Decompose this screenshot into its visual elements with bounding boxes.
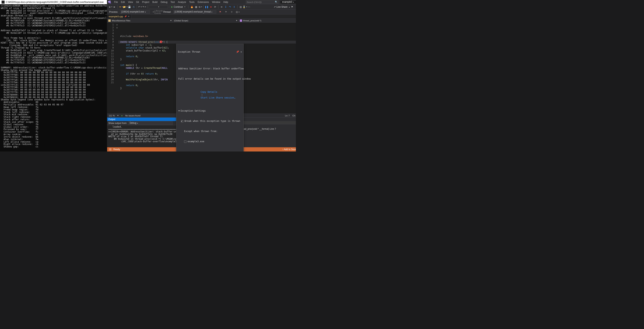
toolbox-icon[interactable]: ▦ xyxy=(194,5,198,9)
main-menubar: FileEditViewGitProjectBuildDebugTestAnal… xyxy=(107,0,296,4)
exception-popup-title: Exception Thrown xyxy=(178,50,200,54)
except-from-label: Except when thrown from: xyxy=(178,130,242,133)
process-icon[interactable]: ⧉ xyxy=(198,5,202,9)
process-selector[interactable]: [19924] example3.exe xyxy=(120,10,150,14)
nav-project[interactable]: Miscellaneous Files▾ xyxy=(107,19,173,22)
intellitrace-icon[interactable]: ⌛ xyxy=(243,5,247,9)
output-source-selector[interactable]: Debug xyxy=(128,122,172,125)
menu-help[interactable]: Help xyxy=(222,1,230,4)
close-tab-icon[interactable]: ✕ xyxy=(128,15,130,18)
line-number-gutter: 123456789101112131415161718192021 xyxy=(107,22,116,114)
open-button[interactable]: 📂 xyxy=(123,5,127,9)
diagnostic-icon[interactable]: ▤ xyxy=(239,5,242,9)
menu-extensions[interactable]: Extensions xyxy=(196,1,210,4)
exception-detail: Full error details can be found in the o… xyxy=(178,78,242,80)
break-checkbox[interactable] xyxy=(181,120,183,122)
tab-example3-cpp[interactable]: example3.cpp 📌 ✕ xyxy=(107,14,131,18)
line-indicator[interactable]: Ln: 7 xyxy=(285,114,290,117)
live-share-icon: ↗ xyxy=(274,6,276,8)
menu-file[interactable]: File xyxy=(112,1,119,4)
command-prompt-titlebar[interactable]: C:\MSDN\cpp-docs-pr\docs\c-language\ASAN… xyxy=(0,0,107,4)
exception-message: Address Sanitizer Error: Stack buffer un… xyxy=(178,67,242,70)
redo-button[interactable]: ↷ xyxy=(142,5,146,9)
continue-button[interactable]: ▶Continue xyxy=(170,5,187,9)
nav-member[interactable]: thread_proc(void *)▾ xyxy=(239,19,296,22)
method-icon xyxy=(240,20,242,22)
step-into-button[interactable]: ↧ xyxy=(224,5,228,9)
pause-button[interactable]: ❚❚ xyxy=(205,5,208,9)
live-share-button[interactable]: ↗ Live Share xyxy=(274,6,290,8)
start-live-share-link[interactable]: Start Live Share session… xyxy=(201,96,236,99)
except-item-checkbox[interactable] xyxy=(184,140,186,143)
zoom-dropdown-icon[interactable]: ▾ xyxy=(118,114,118,117)
step-out-button[interactable]: ↥ xyxy=(232,5,236,9)
output-panel-title: Output xyxy=(108,118,115,121)
menu-test[interactable]: Test xyxy=(169,1,176,4)
menu-git[interactable]: Git xyxy=(134,1,140,4)
more-debug-icon[interactable]: ⋯ xyxy=(247,5,251,9)
standard-toolbar: ◄ ► ✦ 📂 💾 ⎙ ↶ ↷ ▶Continue 🔥 ▦ ⧉ ❚❚ ■ ⟳ ➜… xyxy=(107,4,296,10)
status-icon xyxy=(109,148,112,150)
zoom-level[interactable]: 111 % xyxy=(109,114,115,117)
menu-debug[interactable]: Debug xyxy=(159,1,169,4)
quick-launch-search[interactable]: Search (Ctrl+Q) 🔍 xyxy=(246,0,278,4)
process-label: Process: xyxy=(109,10,118,13)
save-button[interactable]: 💾 xyxy=(128,5,131,9)
exception-indicator-icon[interactable] xyxy=(160,40,162,43)
code-surface[interactable]: #include <windows.h> DWORD WINAPI thread… xyxy=(118,22,296,114)
step-over-button[interactable]: ↷ xyxy=(228,5,232,9)
issues-text[interactable]: No issues found xyxy=(125,114,140,117)
close-popup-icon[interactable]: ✕ xyxy=(240,50,242,54)
new-item-button[interactable]: ✦ xyxy=(119,5,123,9)
command-prompt-output[interactable]: ==19924==ERROR: AddressSanitizer: stack-… xyxy=(0,4,107,152)
add-source-control-button[interactable]: ↑ Add to Source Control ▴ xyxy=(282,148,296,151)
exception-settings-header[interactable]: Exception Settings xyxy=(180,110,206,112)
forward-button[interactable]: ► xyxy=(112,5,116,9)
char-indicator[interactable]: Ch: 1 xyxy=(292,114,296,117)
menu-analyze[interactable]: Analyze xyxy=(176,1,188,4)
restart-button[interactable]: ⟳ xyxy=(213,5,217,9)
search-icon: 🔍 xyxy=(275,1,278,3)
menu-project[interactable]: Project xyxy=(140,1,151,4)
editor-tabs: example3.cpp 📌 ✕ ▾ ⚙ xyxy=(107,14,296,19)
issues-ok-icon: ● xyxy=(121,114,122,117)
menu-view[interactable]: View xyxy=(126,1,134,4)
solution-selector[interactable]: example3 xyxy=(280,0,296,4)
undo-button[interactable]: ↶ xyxy=(138,5,142,9)
config-selector[interactable] xyxy=(148,5,168,9)
pin-icon[interactable]: 📌 xyxy=(124,16,127,18)
thread-selector[interactable]: [13508] example3.exe!asan_thread xyxy=(173,10,216,14)
vs-logo-icon xyxy=(108,0,111,4)
search-placeholder: Search (Ctrl+Q) xyxy=(247,1,262,3)
menu-tools[interactable]: Tools xyxy=(188,1,196,4)
nav-scope[interactable]: (Global Scope)▾ xyxy=(173,19,239,22)
freeze-thread-icon[interactable]: ❄ xyxy=(230,10,234,14)
save-all-button[interactable]: ⎙ xyxy=(132,5,136,9)
debug-location-toolbar: Process: [19924] example3.exe ⟳ Lifecycl… xyxy=(107,10,296,14)
back-button[interactable]: ◄ xyxy=(108,5,112,9)
fold-column[interactable]: ⊟⊟ xyxy=(116,22,118,114)
thread-label: Thread: xyxy=(163,10,171,13)
show-next-statement-button[interactable]: ➜ xyxy=(220,5,224,9)
main-area: example3.cpp 📌 ✕ ▾ ⚙ Miscellaneous Files… xyxy=(107,14,296,147)
lifecycle-events-button[interactable]: Lifecycle Events xyxy=(158,10,161,14)
menu-edit[interactable]: Edit xyxy=(119,1,126,4)
notifications-icon[interactable]: ⚑ xyxy=(290,5,294,9)
command-prompt-title: C:\MSDN\cpp-docs-pr\docs\c-language\ASAN… xyxy=(6,1,104,4)
code-navigation-bar: Miscellaneous Files▾ (Global Scope)▾ thr… xyxy=(107,19,296,22)
stop-button[interactable]: ■ xyxy=(209,5,213,9)
copy-details-link[interactable]: Copy Details xyxy=(201,90,218,93)
stack-frame-selector[interactable]: ▦ xyxy=(236,10,240,14)
show-flagged-only-icon[interactable]: ⚑ xyxy=(224,10,228,14)
project-icon xyxy=(108,20,111,22)
pin-popup-icon[interactable]: 📌 xyxy=(236,50,239,54)
visual-studio-window: FileEditViewGitProjectBuildDebugTestAnal… xyxy=(107,0,296,152)
menu-window[interactable]: Window xyxy=(210,1,222,4)
code-editor[interactable]: 123456789101112131415161718192021 ⊟⊟ #in… xyxy=(107,22,296,114)
command-prompt-window: C:\MSDN\cpp-docs-pr\docs\c-language\ASAN… xyxy=(0,0,107,152)
menu-build[interactable]: Build xyxy=(151,1,159,4)
exception-popup: Exception Thrown 📌 ✕ Address Sanitizer E… xyxy=(176,44,244,152)
ready-label: Ready xyxy=(113,148,120,151)
hot-reload-icon[interactable]: 🔥 xyxy=(190,5,194,9)
flag-thread-icon[interactable]: ⚑ xyxy=(218,10,222,14)
